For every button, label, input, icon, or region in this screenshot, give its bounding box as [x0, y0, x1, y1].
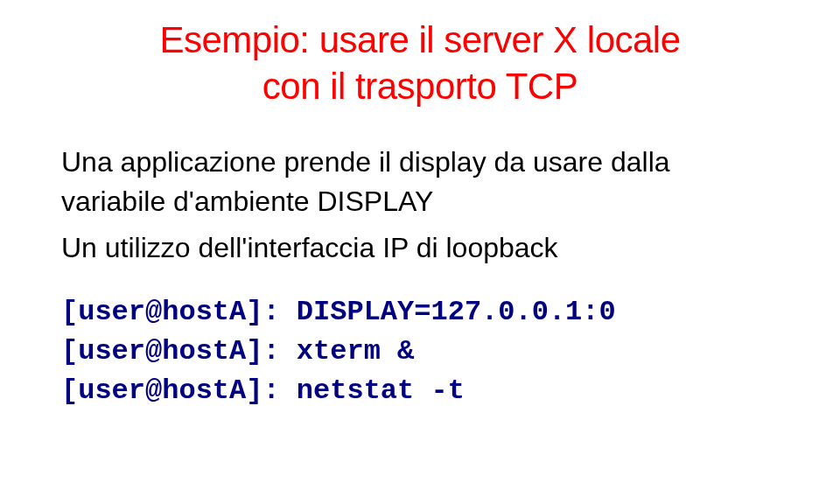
paragraph-display-variable: Una applicazione prende il display da us… [61, 143, 779, 221]
code-line-netstat: [user@hostA]: netstat -t [61, 372, 779, 411]
paragraph-loopback: Un utilizzo dell'interfaccia IP di loopb… [61, 228, 779, 268]
code-block: [user@hostA]: DISPLAY=127.0.0.1:0 [user@… [61, 293, 779, 410]
slide-title: Esempio: usare il server X locale con il… [61, 18, 779, 109]
title-line-2: con il trasporto TCP [262, 66, 578, 107]
title-line-1: Esempio: usare il server X locale [159, 19, 680, 60]
code-line-xterm: [user@hostA]: xterm & [61, 332, 779, 372]
code-line-display: [user@hostA]: DISPLAY=127.0.0.1:0 [61, 293, 779, 332]
